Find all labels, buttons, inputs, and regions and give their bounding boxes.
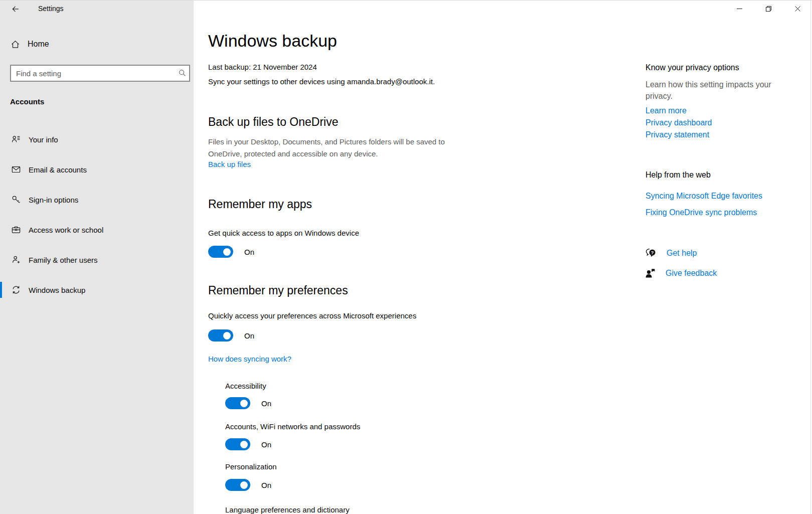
- apps-section-heading: Remember my apps: [208, 198, 312, 211]
- fixing-onedrive-sync-link[interactable]: Fixing OneDrive sync problems: [645, 208, 757, 217]
- sidebar-item-label: Windows backup: [29, 286, 85, 294]
- accessibility-toggle[interactable]: [225, 397, 250, 409]
- sub-toggle-label: Personalization: [225, 462, 277, 472]
- sidebar-item-label: Access work or school: [29, 226, 103, 234]
- close-icon: [794, 6, 801, 12]
- give-feedback-link[interactable]: Give feedback: [666, 269, 717, 278]
- sidebar-item-label: Home: [28, 40, 49, 49]
- sidebar-item-label: Your info: [29, 135, 58, 144]
- help-from-web-heading: Help from the web: [645, 170, 711, 180]
- onedrive-description: Files in your Desktop, Documents, and Pi…: [208, 136, 479, 160]
- sub-toggle-label: Accounts, WiFi networks and passwords: [225, 422, 360, 432]
- accounts-wifi-toggle-row: On: [225, 438, 271, 450]
- sidebar-section-heading: Accounts: [10, 97, 44, 106]
- accounts-wifi-toggle[interactable]: [225, 438, 250, 450]
- toggle-knob: [223, 248, 231, 256]
- scrollbar-track[interactable]: [810, 0, 811, 514]
- restore-icon: [765, 6, 772, 12]
- sidebar-item-windows-backup[interactable]: Windows backup: [0, 280, 194, 300]
- preferences-toggle[interactable]: [208, 329, 233, 341]
- sync-icon: [11, 285, 21, 295]
- privacy-dashboard-link[interactable]: Privacy dashboard: [645, 118, 712, 127]
- app-title: Settings: [38, 5, 64, 13]
- privacy-options-description: Learn how this setting impacts your priv…: [645, 79, 788, 102]
- briefcase-icon: [11, 225, 21, 235]
- sidebar-item-email-accounts[interactable]: Email & accounts: [0, 159, 194, 180]
- sidebar-item-sign-in-options[interactable]: Sign-in options: [0, 190, 194, 210]
- sidebar: Settings Home Accounts: [0, 0, 194, 514]
- back-button[interactable]: [9, 3, 22, 16]
- sidebar-item-family-other-users[interactable]: Family & other users: [0, 250, 194, 270]
- sidebar-item-home[interactable]: Home: [0, 36, 194, 52]
- toggle-knob: [240, 441, 248, 448]
- accessibility-toggle-row: On: [225, 397, 271, 409]
- onedrive-section-heading: Back up files to OneDrive: [208, 115, 339, 129]
- get-help-icon: ?: [644, 247, 658, 260]
- page-title: Windows backup: [208, 31, 337, 51]
- toggle-knob: [240, 400, 248, 407]
- close-button[interactable]: [783, 0, 812, 17]
- key-icon: [11, 195, 21, 205]
- sidebar-item-your-info[interactable]: Your info: [0, 129, 194, 149]
- accounts-wifi-toggle-state: On: [261, 440, 271, 449]
- personalization-toggle-row: On: [225, 479, 271, 491]
- svg-text:?: ?: [651, 250, 654, 255]
- sidebar-item-label: Family & other users: [29, 256, 98, 264]
- get-help-link[interactable]: Get help: [667, 249, 697, 258]
- preferences-toggle-label: Quickly access your preferences across M…: [208, 311, 416, 321]
- sub-toggle-label: Accessibility: [225, 381, 266, 391]
- last-backup-status: Last backup: 21 November 2024: [208, 62, 317, 72]
- toggle-knob: [223, 332, 231, 339]
- apps-toggle-row: On: [208, 246, 254, 258]
- get-help-row[interactable]: ? Get help: [644, 247, 697, 260]
- sidebar-item-label: Sign-in options: [29, 196, 78, 204]
- privacy-statement-link[interactable]: Privacy statement: [645, 130, 709, 139]
- apps-toggle-label: Get quick access to apps on Windows devi…: [208, 228, 359, 238]
- sidebar-item-access-work-school[interactable]: Access work or school: [0, 220, 194, 240]
- give-feedback-row[interactable]: Give feedback: [644, 267, 717, 279]
- sub-toggle-label: Language preferences and dictionary: [225, 505, 350, 514]
- person-card-icon: [11, 134, 21, 144]
- envelope-icon: [11, 164, 21, 175]
- settings-window: Settings Home Accounts: [0, 0, 812, 514]
- preferences-section-heading: Remember my preferences: [208, 284, 348, 297]
- how-does-syncing-work-link[interactable]: How does syncing work?: [208, 354, 291, 364]
- back-arrow-icon: [11, 5, 20, 14]
- preferences-toggle-state: On: [244, 331, 254, 340]
- search-icon[interactable]: [178, 69, 187, 77]
- toggle-knob: [240, 481, 248, 489]
- window-top-border: [0, 0, 812, 1]
- minimize-button[interactable]: [725, 0, 754, 17]
- apps-toggle[interactable]: [208, 246, 233, 258]
- accessibility-toggle-state: On: [261, 399, 271, 408]
- home-icon: [11, 40, 20, 49]
- apps-toggle-state: On: [244, 248, 254, 256]
- syncing-edge-favorites-link[interactable]: Syncing Microsoft Edge favorites: [645, 192, 762, 201]
- person-add-icon: [11, 255, 21, 265]
- sync-status: Sync your settings to other devices usin…: [208, 77, 435, 87]
- give-feedback-icon: [644, 267, 657, 279]
- preferences-toggle-row: On: [208, 329, 254, 341]
- back-up-files-link[interactable]: Back up files: [208, 159, 251, 169]
- sidebar-item-label: Email & accounts: [29, 165, 87, 174]
- privacy-options-heading: Know your privacy options: [645, 63, 739, 72]
- restore-button[interactable]: [754, 0, 783, 17]
- learn-more-link[interactable]: Learn more: [645, 106, 687, 115]
- selected-item-accent-bar: [0, 282, 2, 298]
- search-box: [10, 65, 190, 82]
- personalization-toggle[interactable]: [225, 479, 250, 491]
- personalization-toggle-state: On: [261, 481, 271, 489]
- search-input[interactable]: [10, 65, 190, 82]
